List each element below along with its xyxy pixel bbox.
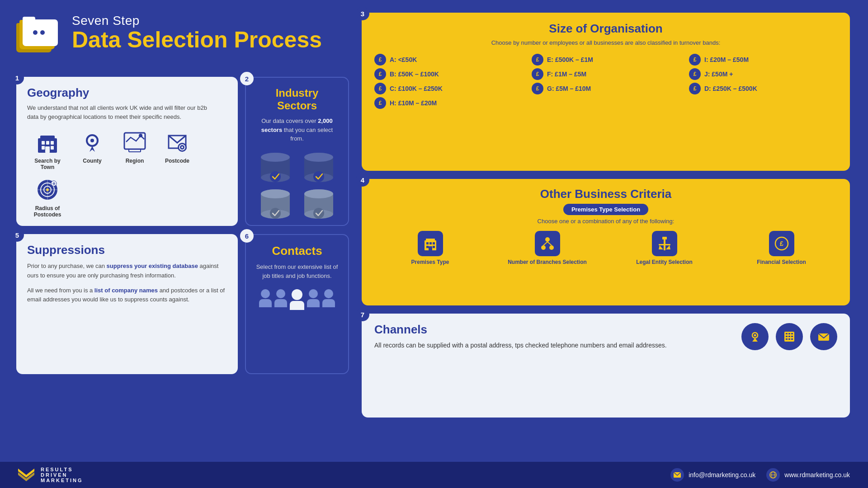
step5-badge: 5	[10, 228, 24, 242]
band-I: £ I: £20M – £50M	[689, 54, 837, 66]
step5-card-inner: 5 Suppressions Prior to any purchase, we…	[16, 234, 238, 374]
website-text: www.rdmarketing.co.uk	[784, 471, 850, 479]
step4-badge: 4	[356, 173, 369, 187]
svg-rect-69	[433, 246, 435, 248]
step1-title: Geography	[27, 86, 227, 100]
brand-line3: MARKETING	[41, 478, 83, 483]
premises-icon	[418, 231, 443, 256]
band-A: £ A: <£50K	[374, 54, 523, 66]
criteria-branches: Number of Branches Selection	[491, 231, 603, 265]
svg-rect-66	[429, 242, 432, 244]
person-icons	[255, 289, 339, 310]
band-E: £ E: £500K – £1M	[532, 54, 680, 66]
svg-point-15	[40, 30, 45, 35]
step2-badge: 2	[240, 72, 254, 85]
postcode-icon	[164, 129, 190, 155]
step4-card: 4 Other Business Criteria Premises Type …	[362, 179, 850, 305]
chevron-logo	[18, 469, 34, 481]
svg-point-82	[754, 334, 756, 336]
database-icon-3	[255, 187, 296, 221]
step3-card: 3 Size of Organisation Choose by number …	[362, 13, 850, 171]
brand: RESULTS DRIVEN MARKETING	[18, 467, 83, 483]
svg-point-46	[261, 153, 290, 162]
county-icon	[79, 129, 105, 155]
building-icon	[423, 236, 438, 251]
svg-point-47	[270, 171, 281, 182]
step3-title: Size of Organisation	[374, 22, 837, 36]
step2-card-inner: 2 Industry Sectors Our data covers over …	[245, 77, 349, 226]
svg-rect-92	[791, 338, 793, 340]
svg-rect-67	[433, 242, 435, 244]
step2-industry-card: 2 Industry Sectors Our data covers over …	[245, 77, 349, 226]
step7-text: Channels All records can be supplied wit…	[374, 323, 667, 350]
svg-point-57	[270, 208, 281, 219]
globe-footer-svg	[769, 471, 777, 479]
step3-card-inner: 3 Size of Organisation Choose by number …	[362, 13, 850, 171]
step3-desc: Choose by number or employees or all bus…	[374, 38, 837, 47]
step3-badge: 3	[356, 7, 369, 20]
premises-badge-wrapper: Premises Type Selection	[374, 204, 837, 215]
geo-town: Search by Town	[27, 129, 68, 170]
svg-point-26	[90, 139, 94, 142]
person-2	[274, 289, 287, 310]
person-1	[259, 289, 272, 310]
website-contact: www.rdmarketing.co.uk	[766, 468, 850, 482]
town-icon	[34, 129, 61, 155]
svg-rect-23	[51, 146, 54, 150]
geo-county: County	[74, 129, 110, 170]
header-subtitle: Seven Step	[72, 14, 322, 28]
legal-svg	[657, 236, 672, 251]
svg-rect-89	[791, 336, 793, 337]
database-icon-4	[298, 187, 339, 221]
rdm-logo-icon	[18, 469, 34, 481]
svg-rect-78	[659, 244, 670, 245]
person-4	[307, 289, 320, 310]
geo-radius: ⚙ Radius of Postcodes	[27, 177, 68, 218]
financial-svg: £	[774, 236, 789, 251]
header: Seven Step Data Selection Process	[16, 13, 322, 52]
svg-point-73	[549, 245, 554, 250]
channel-phone-icon	[776, 323, 803, 350]
step7-badge: 7	[356, 308, 369, 321]
step6-title: Contacts	[255, 244, 339, 258]
svg-text:£: £	[780, 240, 783, 247]
geo-county-label: County	[83, 158, 101, 164]
step6-card: 6 Contacts Select from our extensive lis…	[245, 234, 349, 374]
step5-title: Suppressions	[27, 243, 227, 257]
svg-rect-70	[429, 246, 432, 250]
channel-location-icon	[741, 323, 769, 350]
svg-point-61	[304, 189, 333, 198]
step7-desc: All records can be supplied with a posta…	[374, 340, 667, 350]
header-folder-icon	[16, 13, 64, 52]
step1-desc: We understand that not all clients work …	[27, 103, 217, 121]
step6-desc: Select from our extensive list of job ti…	[255, 263, 339, 280]
geo-region: Region	[117, 129, 153, 170]
step7-title: Channels	[374, 323, 667, 337]
criteria-premises: Premises Type	[374, 231, 486, 265]
radius-icon: ⚙	[34, 177, 61, 203]
band-F: £ F: £1M – £5M	[532, 68, 680, 80]
step5-card: 5 Suppressions Prior to any purchase, we…	[16, 234, 238, 374]
email-footer-svg	[674, 472, 681, 478]
svg-point-72	[541, 245, 546, 250]
svg-point-51	[304, 153, 333, 162]
geo-region-label: Region	[126, 158, 144, 164]
svg-rect-85	[788, 333, 790, 334]
criteria-branches-label: Number of Branches Selection	[508, 259, 587, 265]
step4-desc: Choose one or a combination of any of th…	[374, 218, 837, 225]
band-J: £ J: £50M +	[689, 68, 837, 80]
svg-rect-76	[662, 237, 667, 239]
legal-icon	[652, 231, 677, 256]
phone-icon	[783, 330, 796, 343]
svg-point-62	[313, 208, 324, 219]
brand-line2: DRIVEN	[41, 472, 83, 478]
band-B: £ B: £50K – £100K	[374, 68, 523, 80]
step1-badge: 1	[10, 71, 24, 84]
header-title: Data Selection Process	[72, 28, 322, 52]
criteria-financial: £ Financial Selection	[726, 231, 837, 265]
db-icons	[255, 150, 339, 221]
header-titles: Seven Step Data Selection Process	[72, 14, 322, 52]
svg-rect-22	[42, 146, 45, 150]
branches-icon	[535, 231, 560, 256]
email-contact: info@rdmarketing.co.uk	[670, 468, 755, 482]
